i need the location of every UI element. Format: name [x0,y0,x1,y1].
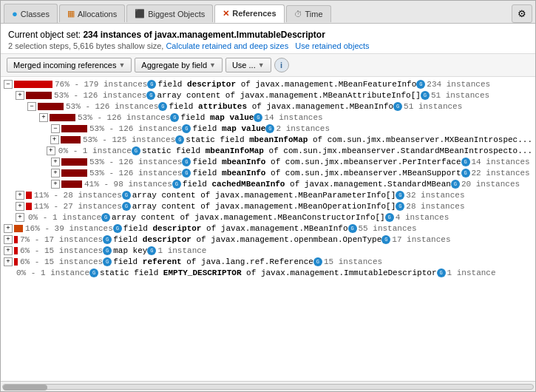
field-type: field referent of java.lang.ref.Referenc… [113,257,313,266]
expand-button[interactable]: + [16,91,24,100]
tree-row[interactable]: −53% - 126 instances Gfield attributes o… [4,101,532,112]
suffix-instances: 15 instances [324,257,382,266]
percentage-bar [14,81,52,88]
settings-button[interactable]: ⚙ [512,4,532,23]
tab-allocations-label: Allocations [78,10,117,18]
tree-row[interactable]: +0% - 1 instance Garray content of javax… [4,212,532,223]
tree-row[interactable]: −53% - 126 instances Gfield map value G … [4,123,532,134]
tree-row[interactable]: +6% - 15 instances Gfield referent of ja… [4,256,532,267]
tree-row[interactable]: +41% - 98 instances Gfield cachedMBeanIn… [4,178,532,189]
tree-row[interactable]: +53% - 126 instances Gfield mbeanInfo of… [4,167,532,178]
suffix-instances: 32 instances [406,191,464,200]
use-dropdown[interactable]: Use ... ▼ [225,58,271,72]
expand-button[interactable]: + [39,113,48,122]
leaf-icon: G [146,91,155,100]
suffix-icon: G [437,268,446,277]
leaf-icon: G [122,191,131,200]
expand-button[interactable]: + [4,246,13,255]
suffix-instances: 14 instances [264,113,322,122]
tree-row[interactable]: +7% - 17 instances Gfield descriptor of … [4,234,532,245]
scrollbar-thumb[interactable] [3,385,47,391]
leaf-icon: G [101,213,110,222]
allocations-icon: ▦ [67,9,75,18]
leaf-icon: G [175,135,184,144]
percentage-text: 53% - 126 instances [89,169,182,178]
suffix-instances: 4 instances [396,213,450,222]
tree-row[interactable]: 0% - 1 instance Gstatic field EMPTY_DESC… [4,267,532,278]
tree-row[interactable]: +6% - 15 instances Gmap key G 1 instance [4,245,532,256]
expand-button[interactable]: + [4,235,13,244]
tree-row[interactable]: +53% - 126 instances Gfield mbeanInfo of… [4,156,532,167]
suffix-icon: G [254,113,262,122]
expand-button[interactable]: + [51,158,60,166]
suffix-icon: G [461,158,470,166]
tree-row[interactable]: −76% - 179 instances Gfield descriptor o… [4,78,532,89]
horizontal-scrollbar[interactable] [1,381,535,391]
tree-row[interactable]: +11% - 27 instances Garray content of ja… [4,200,532,212]
tree-row[interactable]: +53% - 125 instances Gstatic field mbean… [4,134,532,145]
suffix-icon: G [421,91,430,100]
expand-button[interactable]: + [51,180,60,189]
field-type: field mbeanInfo of com.sun.jmx.mbeanserv… [192,158,461,166]
expand-button[interactable]: + [50,135,59,144]
suffix-instances: 14 instances [472,158,530,166]
expand-button[interactable]: − [4,80,13,89]
suffix-instances: 28 instances [406,202,464,211]
expand-button[interactable]: + [16,202,24,211]
tree-row[interactable]: +53% - 126 instances Gfield map value G … [4,112,532,123]
tree-row[interactable]: +53% - 126 instances Garray content of j… [4,89,532,101]
calculate-retained-link[interactable]: Calculate retained and deep sizes [166,41,288,50]
tab-time[interactable]: ⏱ Time [286,5,331,22]
percentage-text: 53% - 126 instances [66,102,158,111]
percentage-text: 0% - 1 instance [28,213,101,222]
expand-button[interactable]: − [51,124,60,133]
percentage-bar [14,236,18,243]
merged-incoming-dropdown[interactable]: Merged incoming references ▼ [7,58,132,72]
tab-references[interactable]: ✕ References [214,4,284,23]
expand-button[interactable]: + [51,169,60,178]
field-name: descriptor [143,235,191,244]
expand-button[interactable]: − [27,102,36,111]
classes-icon: ● [12,8,18,19]
percentage-text: 53% - 126 instances [54,91,146,100]
field-name: cachedMBeanInfo [211,180,285,189]
leaf-icon: G [158,102,167,111]
tree-area[interactable]: −76% - 179 instances Gfield descriptor o… [1,77,535,381]
suffix-instances: 1 instance [447,268,496,277]
expand-button[interactable]: + [16,191,24,200]
field-type: field map value [192,124,265,133]
suffix-icon: G [451,180,460,189]
aggregate-by-field-dropdown[interactable]: Aggregate by field ▼ [135,58,223,72]
info-button[interactable]: i [274,58,289,72]
suffix-instances: 1 instance [157,246,206,255]
aggregate-label: Aggregate by field [141,61,207,70]
field-description: map key [113,246,147,255]
tab-classes[interactable]: ● Classes [4,4,58,23]
use-retained-link[interactable]: Use retained objects [295,41,369,50]
scrollbar-track[interactable] [2,384,534,390]
header-title: Current object set: 234 instances of jav… [8,30,528,40]
percentage-text: 11% - 28 instances [34,191,122,200]
tab-references-label: References [232,9,276,18]
expand-button[interactable]: + [47,146,55,155]
tree-row[interactable]: +11% - 28 instances Garray content of ja… [4,189,532,200]
tab-biggest-objects[interactable]: ⬛ Biggest Objects [126,4,213,22]
tree-row[interactable]: +16% - 39 instances Gfield descriptor of… [4,223,532,234]
leaf-icon: G [170,113,179,122]
percentage-bar [61,180,82,188]
percentage-text: 6% - 15 instances [20,257,103,266]
suffix-instances: 234 instances [427,80,490,89]
tree-row[interactable]: +0% - 1 instance Gstatic field mbeanInfo… [4,145,532,156]
expand-button[interactable]: + [4,224,13,233]
suffix-instances: 51 instances [404,102,462,111]
suffix-instances: 17 instances [392,235,450,244]
suffix-icon: G [393,102,402,111]
field-name: mbeanInfo [222,169,265,178]
expand-button[interactable]: + [4,257,13,266]
use-arrow-icon: ▼ [258,61,265,69]
expand-button[interactable]: + [16,213,24,222]
field-name: mbeanInfoMap [206,146,264,155]
leaf-icon: G [182,169,191,178]
tab-time-label: Time [305,10,323,18]
tab-allocations[interactable]: ▦ Allocations [59,4,125,22]
